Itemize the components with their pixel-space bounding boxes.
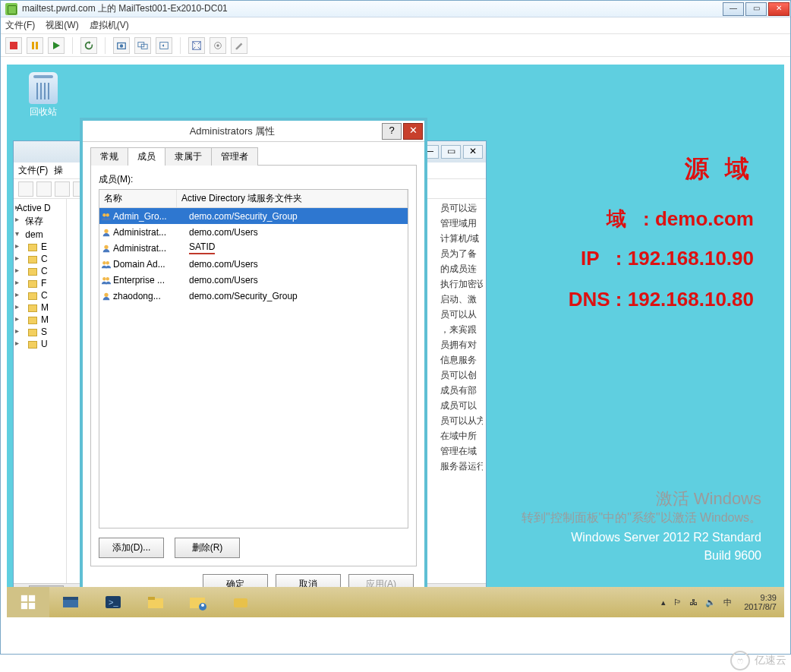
host-menu-vm[interactable]: 虚拟机(V) <box>90 19 129 32</box>
recycle-bin[interactable]: 回收站 <box>20 72 66 118</box>
list-item[interactable]: Administrat...SATID <box>99 240 408 256</box>
tree-item[interactable]: M <box>15 314 65 326</box>
members-list[interactable]: 名称 Active Directory 域服务文件夹 Admin_Gro...d… <box>99 189 408 528</box>
host-close-button[interactable]: ✕ <box>768 2 789 16</box>
tray-flag-icon[interactable]: 🏳 <box>673 598 682 607</box>
tree-item[interactable]: U <box>15 338 65 350</box>
tree-item[interactable]: E <box>15 241 65 253</box>
list-item[interactable]: Enterprise ...demo.com/Users <box>99 272 408 288</box>
power-off-button[interactable] <box>5 37 22 54</box>
dialog-close-button[interactable]: ✕ <box>403 123 423 140</box>
svg-point-10 <box>104 229 108 233</box>
settings-icon[interactable] <box>231 37 247 54</box>
aduc-menu-more[interactable]: 操 <box>54 164 63 177</box>
tree-domain[interactable]: dem <box>15 229 65 241</box>
tray-volume-icon[interactable]: 🔈 <box>705 598 716 607</box>
pin-app[interactable] <box>219 587 262 617</box>
activation-sub: 转到"控制面板"中的"系统"以激活 Windows。 <box>522 510 761 526</box>
refresh-icon[interactable] <box>80 37 97 54</box>
tray-clock[interactable]: 9:39 2017/8/7 <box>739 593 781 611</box>
pin-aduc[interactable] <box>177 587 219 617</box>
group-icon <box>99 275 113 286</box>
snapshot-manager-icon[interactable] <box>134 37 151 54</box>
host-menu-file[interactable]: 文件(F) <box>5 19 35 32</box>
svg-point-12 <box>102 261 106 264</box>
tree-item[interactable]: C <box>15 289 65 301</box>
col-folder[interactable]: Active Directory 域服务文件夹 <box>177 190 408 207</box>
tree-root[interactable]: Active D <box>15 202 65 214</box>
list-item[interactable]: Administrat...demo.com/Users <box>99 224 408 240</box>
aduc-tool-2[interactable] <box>36 181 52 197</box>
aduc-tree[interactable]: Active D 保存 dem E C C F C M M S U <box>14 199 67 583</box>
guest-desktop: 回收站 源 域 域 : demo.com IP : 192.168.10.90 … <box>7 65 784 617</box>
dialog-title: Administrators 属性 <box>83 125 382 138</box>
aduc-tool-3[interactable] <box>55 181 70 197</box>
pin-server-manager[interactable] <box>49 587 92 617</box>
svg-point-8 <box>102 213 106 216</box>
list-header: 名称 Active Directory 域服务文件夹 <box>99 190 408 208</box>
aduc-description-col: 员可以远管理域用计算机/域员为了备的成员连执行加密设启动、激员可以从，来宾跟员拥… <box>440 202 483 475</box>
group-icon <box>99 211 113 222</box>
revert-icon[interactable] <box>156 37 172 54</box>
tree-item[interactable]: C <box>15 265 65 277</box>
tree-item[interactable]: S <box>15 326 65 338</box>
fullscreen-icon[interactable] <box>188 37 205 54</box>
row-folder: demo.com/Users <box>189 259 408 270</box>
host-minimize-button[interactable]: — <box>723 2 744 16</box>
group-icon <box>99 259 113 270</box>
row-name: Enterprise ... <box>113 275 189 286</box>
os-line2: Build 9600 <box>522 549 761 563</box>
aduc-close-button[interactable]: ✕ <box>463 145 483 159</box>
list-item[interactable]: zhaodong...demo.com/Security_Group <box>99 288 408 304</box>
tree-saved[interactable]: 保存 <box>15 214 65 229</box>
add-button[interactable]: 添加(D)... <box>99 538 164 558</box>
tree-item[interactable]: C <box>15 253 65 265</box>
pin-explorer[interactable] <box>134 587 177 617</box>
user-icon <box>99 227 113 238</box>
tray-ime-icon[interactable]: 中 <box>723 597 732 608</box>
dialog-help-button[interactable]: ? <box>382 123 402 140</box>
host-maximize-button[interactable]: ▭ <box>745 2 767 16</box>
snapshot-icon[interactable] <box>113 37 130 54</box>
host-menubar: 文件(F) 视图(W) 虚拟机(V) <box>1 17 790 34</box>
tab-members[interactable]: 成员 <box>128 147 165 166</box>
tray-arrow-icon[interactable]: ▴ <box>661 598 666 607</box>
play-button[interactable] <box>48 37 65 54</box>
tree-item[interactable]: M <box>15 301 65 314</box>
pin-powershell[interactable]: >_ <box>92 587 134 617</box>
svg-rect-17 <box>21 595 27 601</box>
svg-point-1 <box>120 44 123 47</box>
watermark-text: 亿速云 <box>755 654 786 667</box>
tab-strip: 常规 成员 隶属于 管理者 <box>90 147 417 165</box>
user-icon <box>99 291 113 301</box>
svg-rect-26 <box>148 597 155 600</box>
svg-rect-18 <box>29 595 35 601</box>
tray-network-icon[interactable]: 🖧 <box>689 598 698 607</box>
svg-point-29 <box>201 604 204 607</box>
aduc-tool-1[interactable] <box>18 181 33 197</box>
start-button[interactable] <box>7 587 49 617</box>
remove-button[interactable]: 删除(R) <box>175 538 240 558</box>
row-name: Domain Ad... <box>113 259 189 270</box>
watermark-icon: ෆ <box>730 651 750 670</box>
list-item[interactable]: Domain Ad...demo.com/Users <box>99 256 408 272</box>
tab-general[interactable]: 常规 <box>90 147 128 166</box>
col-name[interactable]: 名称 <box>99 190 177 207</box>
host-title-text: mailtest.pwrd.com 上的 MailTest001-Ex2010-… <box>22 2 722 15</box>
list-item[interactable]: Admin_Gro...demo.com/Security_Group <box>99 208 408 224</box>
tab-memberof[interactable]: 隶属于 <box>165 147 212 166</box>
dialog-titlebar: Administrators 属性 ? ✕ <box>83 121 424 142</box>
svg-point-16 <box>104 293 108 297</box>
row-name: Administrat... <box>113 227 189 238</box>
unity-icon[interactable] <box>210 37 226 54</box>
svg-point-13 <box>106 261 109 264</box>
tab-managedby[interactable]: 管理者 <box>211 147 258 166</box>
tree-item[interactable]: F <box>15 277 65 289</box>
aduc-maximize-button[interactable]: ▭ <box>441 145 461 159</box>
row-name: Admin_Gro... <box>113 211 189 222</box>
tab-body: 成员(M): 名称 Active Directory 域服务文件夹 Admin_… <box>90 165 417 566</box>
pause-button[interactable] <box>27 37 43 54</box>
aduc-menu-file[interactable]: 文件(F) <box>18 164 48 177</box>
host-menu-view[interactable]: 视图(W) <box>46 19 78 32</box>
svg-rect-22 <box>63 597 78 600</box>
